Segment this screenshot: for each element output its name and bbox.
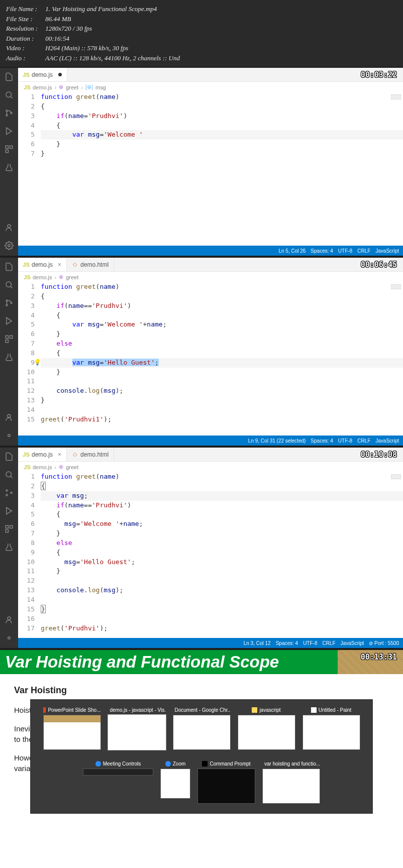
chevron-right-icon: ›: [55, 274, 57, 280]
status-encoding[interactable]: UTF-8: [338, 248, 352, 254]
bc-var: msg: [95, 84, 106, 90]
tab-label: demo.html: [80, 451, 109, 458]
svg-rect-28: [6, 525, 8, 528]
close-icon[interactable]: ×: [58, 451, 61, 458]
svg-point-31: [8, 617, 11, 620]
status-encoding[interactable]: UTF-8: [303, 640, 317, 646]
bc-fn: greet: [66, 84, 78, 90]
status-spaces[interactable]: Spaces: 4: [276, 640, 298, 646]
folder-icon: [252, 707, 257, 713]
status-spaces[interactable]: Spaces: 4: [311, 248, 333, 254]
code-editor[interactable]: 123456789101112131415 function greet(nam…: [18, 282, 403, 436]
task-zoom[interactable]: Zoom: [160, 761, 190, 804]
timestamp-1: 00:03:22: [361, 70, 397, 79]
svg-point-15: [11, 302, 12, 304]
debug-icon[interactable]: [4, 316, 14, 326]
tab-demo-html[interactable]: ◇ demo.html: [67, 448, 114, 461]
bc-file: demo.js: [33, 84, 52, 90]
debug-icon[interactable]: [4, 126, 14, 136]
breadcrumbs[interactable]: JS demo.js › ⊕ greet: [18, 272, 403, 282]
account-icon[interactable]: [4, 412, 14, 422]
task-cmd[interactable]: Command Prompt: [197, 761, 255, 804]
tab-demo-js[interactable]: JS demo.js: [18, 68, 67, 81]
search-icon[interactable]: [4, 90, 14, 100]
svg-line-12: [11, 286, 13, 288]
tab-demo-js[interactable]: JS demo.js ×: [18, 258, 67, 271]
status-lang[interactable]: JavaScript: [375, 248, 399, 254]
testing-icon[interactable]: [4, 542, 14, 552]
timestamp-4: 00:13:31: [361, 653, 397, 662]
svg-point-14: [6, 304, 8, 306]
svg-rect-29: [10, 525, 13, 528]
close-icon[interactable]: ×: [58, 261, 61, 268]
debug-icon[interactable]: [4, 506, 14, 516]
svg-point-26: [11, 492, 12, 494]
status-eol[interactable]: CRLF: [322, 640, 335, 646]
explorer-icon[interactable]: [4, 452, 14, 462]
status-cursor[interactable]: Ln 5, Col 26: [278, 248, 306, 254]
explorer-icon[interactable]: [4, 72, 14, 82]
search-icon[interactable]: [4, 470, 14, 480]
status-port[interactable]: ⊘ Port : 5500: [369, 640, 399, 646]
activity-bar: [0, 448, 18, 648]
function-icon: ⊕: [59, 274, 63, 280]
status-bar: Ln 9, Col 31 (22 selected) Spaces: 4 UTF…: [18, 436, 403, 446]
status-eol[interactable]: CRLF: [357, 248, 370, 254]
search-icon[interactable]: [4, 280, 14, 290]
status-eol[interactable]: CRLF: [357, 438, 370, 444]
status-bar: Ln 5, Col 26 Spaces: 4 UTF-8 CRLF JavaSc…: [18, 246, 403, 256]
task-paint[interactable]: Untitled - Paint: [303, 707, 360, 750]
audio-value: AAC (LC) :: 128 kb/s, 44100 Hz, 2 channe…: [45, 54, 180, 62]
settings-icon[interactable]: [4, 430, 14, 441]
explorer-icon[interactable]: [4, 262, 14, 272]
status-lang[interactable]: JavaScript: [341, 640, 364, 646]
extensions-icon[interactable]: [4, 334, 14, 344]
tab-demo-html[interactable]: ◇ demo.html: [67, 258, 114, 271]
svg-rect-18: [10, 336, 13, 338]
testing-icon[interactable]: [4, 352, 14, 362]
task-meeting-controls[interactable]: Meeting Controls: [83, 761, 153, 804]
status-bar: Ln 3, Col 12 Spaces: 4 UTF-8 CRLF JavaSc…: [18, 638, 403, 648]
source-control-icon[interactable]: [4, 298, 14, 308]
filename-label: File Name :: [6, 4, 44, 14]
duration-label: Duration :: [6, 34, 44, 44]
task-chrome[interactable]: Document - Google Chr...: [173, 707, 231, 750]
source-control-icon[interactable]: [4, 488, 14, 498]
status-encoding[interactable]: UTF-8: [338, 438, 352, 444]
task-vscode[interactable]: demo.js - javascript - Vis...: [108, 707, 166, 750]
resolution-value: 1280x720 / 30 fps: [45, 25, 92, 32]
status-cursor[interactable]: Ln 9, Col 31 (22 selected): [248, 438, 306, 444]
account-icon[interactable]: [4, 615, 14, 625]
lightbulb-icon[interactable]: 💡: [34, 358, 41, 367]
slide-heading: Var Hoisting: [14, 684, 389, 697]
status-lang[interactable]: JavaScript: [375, 438, 399, 444]
extensions-icon[interactable]: [4, 144, 14, 154]
settings-icon[interactable]: [4, 241, 14, 251]
html-file-icon: ◇: [72, 262, 78, 268]
task-switcher: PowerPoint Slide Sho... demo.js - javasc…: [30, 699, 373, 814]
svg-line-23: [11, 476, 13, 478]
svg-marker-16: [7, 317, 12, 324]
tab-demo-js[interactable]: JS demo.js ×: [18, 448, 67, 461]
status-spaces[interactable]: Spaces: 4: [311, 438, 333, 444]
code-editor[interactable]: 1234567 function greet(name) { if(name='…: [18, 92, 403, 246]
code-editor[interactable]: 1234567891011121314151617 function greet…: [18, 472, 403, 638]
task-powerpoint2[interactable]: var hoisting and functio...: [262, 761, 320, 804]
task-powerpoint[interactable]: PowerPoint Slide Sho...: [43, 707, 101, 750]
breadcrumbs[interactable]: JS demo.js › ⊕ greet › [⊕] msg: [18, 82, 403, 92]
source-control-icon[interactable]: [4, 108, 14, 118]
testing-icon[interactable]: [4, 162, 14, 172]
breadcrumbs[interactable]: JS demo.js › ⊕ greet: [18, 462, 403, 472]
account-icon[interactable]: [4, 223, 14, 233]
screenshot-1: 00:03:22 JS demo.js JS demo.js: [0, 67, 403, 256]
activity-bar: [0, 68, 18, 256]
settings-icon[interactable]: [4, 633, 14, 643]
svg-line-1: [11, 96, 13, 98]
status-cursor[interactable]: Ln 3, Col 12: [244, 640, 271, 646]
tab-label: demo.html: [80, 261, 109, 268]
extensions-icon[interactable]: [4, 524, 14, 534]
paint-icon: [311, 707, 317, 713]
chevron-right-icon: ›: [55, 464, 57, 470]
task-folder[interactable]: javascript: [238, 707, 295, 750]
chevron-right-icon: ›: [55, 84, 57, 90]
